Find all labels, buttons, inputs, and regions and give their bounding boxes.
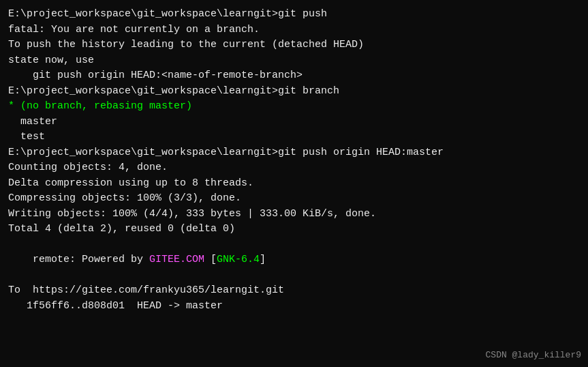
line-2: fatal: You are not currently on a branch… [8, 23, 580, 38]
line-11: master [8, 115, 580, 130]
line-1: E:\project_workspace\git_workspace\learn… [8, 7, 580, 23]
line-12: test [8, 130, 580, 145]
line-21: To https://gitee.com/frankyu365/learngit… [8, 283, 580, 299]
remote-prefix: remote: Powered by [33, 254, 149, 265]
line-17: Compressing objects: 100% (3/3), done. [8, 191, 580, 207]
remote-suffix: ] [260, 254, 266, 265]
line-10: * (no branch, rebasing master) [8, 99, 580, 115]
line-6: git push origin HEAD:<name-of-remote-bra… [8, 68, 580, 84]
watermark: CSDN @lady_killer9 [486, 350, 581, 360]
line-15: Counting objects: 4, done. [8, 160, 580, 176]
remote-middle: [ [204, 254, 217, 265]
line-14: E:\project_workspace\git_workspace\learn… [8, 145, 580, 161]
terminal: E:\project_workspace\git_workspace\learn… [0, 0, 588, 367]
line-remote: remote: Powered by GITEE.COM [GNK-6.4] [8, 237, 580, 284]
line-18: Writing objects: 100% (4/4), 333 bytes |… [8, 207, 580, 222]
line-22: 1f56ff6..d808d01 HEAD -> master [8, 299, 580, 314]
line-3: To push the history leading to the curre… [8, 38, 580, 53]
line-16: Delta compression using up to 8 threads. [8, 176, 580, 192]
remote-gitee: GITEE.COM [149, 254, 204, 265]
line-19: Total 4 (delta 2), reused 0 (delta 0) [8, 222, 580, 237]
remote-gnk: GNK-6.4 [217, 254, 260, 265]
line-9: E:\project_workspace\git_workspace\learn… [8, 84, 580, 100]
line-4: state now, use [8, 53, 580, 69]
